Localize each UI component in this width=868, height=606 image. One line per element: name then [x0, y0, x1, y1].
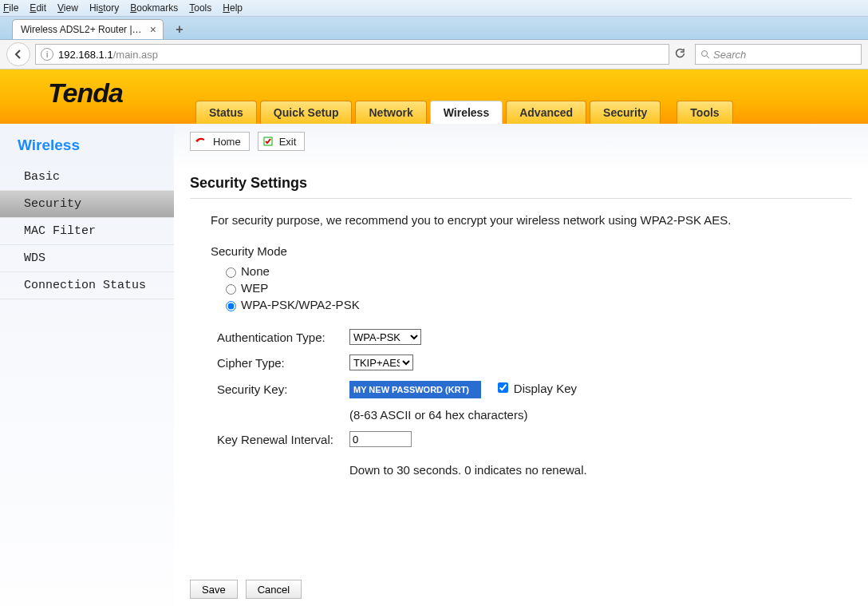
site-info-icon[interactable]: i [41, 48, 53, 61]
reload-button[interactable] [674, 48, 687, 61]
menu-tools[interactable]: Tools [189, 2, 211, 14]
browser-tabbar: Wireless ADSL2+ Router | Main × + [0, 17, 868, 40]
sidebar-item-connection-status[interactable]: Connection Status [0, 272, 174, 299]
section-title: Security Settings [190, 175, 852, 192]
sidebar: Wireless Basic Security MAC Filter WDS C… [0, 124, 174, 606]
divider [190, 198, 852, 199]
display-key-checkbox[interactable] [498, 382, 508, 393]
radio-wpa[interactable] [226, 301, 236, 311]
security-mode-label: Security Mode [211, 244, 852, 258]
router-page: Tenda Status Quick Setup Network Wireles… [0, 69, 868, 606]
content-pane: Home Exit Security Settings For security… [174, 124, 868, 606]
svg-point-0 [702, 51, 708, 57]
auth-type-label: Authentication Type: [211, 324, 343, 350]
radio-wpa-row[interactable]: WPA-PSK/WPA2-PSK [222, 298, 852, 311]
display-key-label: Display Key [514, 382, 577, 395]
exit-icon [263, 137, 273, 146]
tab-status[interactable]: Status [195, 101, 257, 124]
key-renewal-hint: Down to 30 seconds. 0 indicates no renew… [343, 452, 594, 481]
browser-navbar: i 192.168.1.1/main.asp Search [0, 40, 868, 69]
menu-file[interactable]: File [3, 2, 18, 14]
browser-search[interactable]: Search [695, 44, 862, 65]
browser-menubar: File Edit View History Bookmarks Tools H… [0, 0, 868, 17]
security-key-input[interactable] [349, 381, 481, 398]
cipher-type-select[interactable]: TKIP+AES [349, 354, 413, 370]
menu-bookmarks[interactable]: Bookmarks [130, 2, 178, 14]
security-key-label: Security Key: [211, 375, 343, 403]
menu-view[interactable]: View [57, 2, 78, 14]
tab-wireless[interactable]: Wireless [430, 101, 503, 124]
content-toolbar: Home Exit [190, 132, 852, 151]
sidebar-item-security[interactable]: Security [0, 191, 174, 218]
browser-tab-title: Wireless ADSL2+ Router | Main [21, 24, 144, 35]
cipher-type-label: Cipher Type: [211, 350, 343, 375]
section-intro: For security purpose, we recommend you t… [211, 213, 852, 227]
sidebar-item-wds[interactable]: WDS [0, 245, 174, 272]
menu-edit[interactable]: Edit [30, 2, 46, 14]
security-key-hint: (8-63 ASCII or 64 hex characters) [343, 403, 594, 426]
key-renewal-input[interactable] [349, 431, 412, 447]
tab-advanced[interactable]: Advanced [506, 101, 586, 124]
radio-wep-row[interactable]: WEP [222, 281, 852, 295]
save-button[interactable]: Save [190, 580, 238, 599]
tab-security[interactable]: Security [590, 101, 661, 124]
back-button[interactable] [6, 42, 30, 66]
search-placeholder: Search [713, 49, 746, 61]
browser-tab[interactable]: Wireless ADSL2+ Router | Main × [12, 19, 164, 39]
new-tab-button[interactable]: + [170, 22, 189, 38]
radio-none[interactable] [226, 267, 236, 278]
menu-help[interactable]: Help [223, 2, 243, 14]
url-host: 192.168.1.1 [58, 49, 113, 61]
tab-network[interactable]: Network [355, 101, 426, 124]
search-icon [700, 50, 710, 59]
sidebar-item-mac-filter[interactable]: MAC Filter [0, 218, 174, 245]
svg-line-1 [707, 56, 709, 58]
home-button[interactable]: Home [190, 132, 250, 151]
back-arrow-icon [13, 49, 24, 60]
url-path: /main.asp [113, 49, 158, 61]
menu-history[interactable]: History [89, 2, 119, 14]
home-icon [195, 137, 207, 146]
tab-tools[interactable]: Tools [677, 101, 732, 124]
radio-wep[interactable] [226, 284, 236, 295]
security-form: Security Mode None WEP WPA-PSK/WPA2-PSK … [211, 244, 852, 481]
url-bar[interactable]: i 192.168.1.1/main.asp [35, 44, 669, 65]
reload-icon [674, 48, 685, 59]
radio-none-row[interactable]: None [222, 264, 852, 278]
close-tab-icon[interactable]: × [150, 24, 156, 35]
auth-type-select[interactable]: WPA-PSK [349, 329, 421, 345]
exit-button[interactable]: Exit [258, 132, 306, 151]
tab-quick-setup[interactable]: Quick Setup [260, 101, 353, 124]
brand-logo: Tenda [48, 77, 123, 109]
router-header: Tenda Status Quick Setup Network Wireles… [0, 69, 868, 124]
sidebar-title: Wireless [18, 137, 174, 154]
form-buttons: Save Cancel [190, 580, 302, 599]
cancel-button[interactable]: Cancel [246, 580, 302, 599]
sidebar-item-basic[interactable]: Basic [0, 164, 174, 191]
main-nav: Status Quick Setup Network Wireless Adva… [195, 101, 733, 124]
key-renewal-label: Key Renewal Interval: [211, 426, 343, 452]
